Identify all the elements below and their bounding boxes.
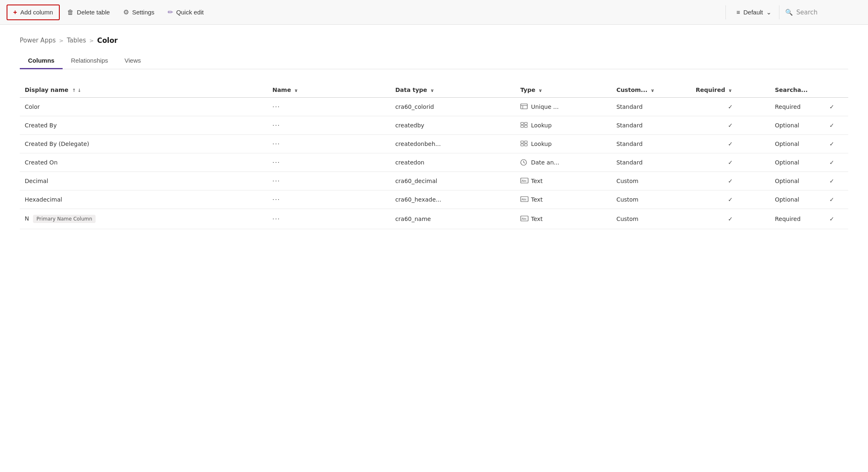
default-view-button[interactable]: ≡ Default ⌄	[731, 5, 777, 19]
row-display-name-text: Hexadecimal	[25, 196, 62, 203]
custom-checkmark: ✓	[728, 103, 733, 110]
row-options-dots[interactable]: ···	[267, 209, 390, 229]
table-row: NPrimary Name Column···cra60_nameAbcText…	[20, 209, 848, 229]
add-column-button[interactable]: + Add column	[7, 5, 60, 20]
data-type-icon: Abc	[520, 178, 529, 184]
td-type: Custom	[611, 172, 691, 190]
row-options-dots[interactable]: ···	[267, 116, 390, 135]
searchable-checkmark: ✓	[829, 196, 834, 203]
search-area[interactable]: 🔍 Search	[779, 5, 861, 19]
td-custom: ✓	[691, 135, 770, 153]
custom-checkmark: ✓	[728, 141, 733, 147]
chevron-down-icon: ⌄	[766, 9, 772, 16]
chevron-name: ∨	[294, 88, 298, 93]
table-row: Created On···createdonDate an...Standard…	[20, 153, 848, 172]
settings-label: Settings	[132, 9, 154, 16]
row-display-name-text: Color	[25, 103, 40, 110]
td-custom: ✓	[691, 209, 770, 229]
custom-checkmark: ✓	[728, 216, 733, 222]
plus-icon: +	[13, 9, 17, 16]
sort-icons-display: ↑ ↓	[72, 88, 81, 93]
svg-rect-0	[521, 104, 527, 109]
settings-button[interactable]: ⚙ Settings	[117, 5, 160, 19]
row-display-name-text: Created By (Delegate)	[25, 141, 89, 147]
row-options-dots[interactable]: ···	[267, 172, 390, 190]
svg-rect-5	[524, 122, 527, 124]
svg-rect-7	[521, 141, 524, 143]
data-type-icon	[520, 103, 529, 110]
td-name: cra60_hexade...	[390, 190, 515, 209]
data-type-icon: Abc	[520, 196, 529, 203]
table-row: Decimal···cra60_decimalAbcTextCustom✓Opt…	[20, 172, 848, 190]
tab-columns[interactable]: Columns	[20, 53, 63, 69]
data-type-label: Text	[531, 178, 543, 184]
td-display-name: Hexadecimal	[20, 190, 267, 209]
svg-rect-3	[521, 122, 524, 124]
td-data-type: Lookup	[515, 116, 611, 135]
td-name: cra60_colorid	[390, 98, 515, 116]
th-data-type[interactable]: Data type ∨	[390, 82, 515, 98]
td-type: Standard	[611, 135, 691, 153]
td-type: Standard	[611, 116, 691, 135]
chevron-custom: ∨	[650, 88, 654, 93]
td-display-name: Created By	[20, 116, 267, 135]
data-type-label: Lookup	[531, 122, 552, 129]
row-display-name-text: Created By	[25, 122, 57, 129]
add-column-label: Add column	[20, 9, 53, 16]
svg-rect-8	[521, 144, 524, 146]
toolbar: + Add column 🗑 Delete table ⚙ Settings ✏…	[0, 0, 868, 25]
table-row: Created By (Delegate)···createdonbeh...L…	[20, 135, 848, 153]
search-icon: 🔍	[785, 9, 793, 16]
td-searchable: ✓	[815, 190, 848, 209]
row-options-dots[interactable]: ···	[267, 98, 390, 116]
delete-table-button[interactable]: 🗑 Delete table	[61, 5, 116, 19]
td-name: cra60_decimal	[390, 172, 515, 190]
td-display-name: Decimal	[20, 172, 267, 190]
tab-relationships[interactable]: Relationships	[63, 53, 116, 69]
quick-edit-button[interactable]: ✏ Quick edit	[162, 5, 210, 19]
td-data-type: AbcText	[515, 172, 611, 190]
th-name[interactable]: Name ∨	[267, 82, 390, 98]
row-options-dots[interactable]: ···	[267, 153, 390, 172]
svg-text:Abc: Abc	[522, 198, 527, 201]
custom-checkmark: ✓	[728, 122, 733, 129]
row-options-dots[interactable]: ···	[267, 135, 390, 153]
tab-views[interactable]: Views	[116, 53, 149, 69]
searchable-checkmark: ✓	[829, 159, 834, 166]
td-name: createdon	[390, 153, 515, 172]
searchable-checkmark: ✓	[829, 178, 834, 184]
searchable-checkmark: ✓	[829, 122, 834, 129]
td-custom: ✓	[691, 190, 770, 209]
data-type-label: Date an...	[531, 159, 559, 166]
data-type-label: Lookup	[531, 141, 552, 147]
searchable-checkmark: ✓	[829, 103, 834, 110]
td-custom: ✓	[691, 116, 770, 135]
breadcrumb: Power Apps > Tables > Color	[20, 36, 848, 45]
row-options-dots[interactable]: ···	[267, 190, 390, 209]
table-section: Display name ↑ ↓ Name ∨ Data type ∨ Type…	[0, 69, 868, 229]
breadcrumb-tables[interactable]: Tables	[67, 37, 86, 44]
svg-rect-4	[521, 125, 524, 127]
th-type[interactable]: Type ∨	[515, 82, 611, 98]
td-data-type: Date an...	[515, 153, 611, 172]
chevron-type: ∨	[538, 88, 542, 93]
data-type-icon: Abc	[520, 216, 529, 222]
table-row: Color···cra60_coloridUnique ...Standard✓…	[20, 98, 848, 116]
td-data-type: Lookup	[515, 135, 611, 153]
td-required: Optional	[770, 172, 815, 190]
td-searchable: ✓	[815, 209, 848, 229]
table-row: Created By···createdbyLookupStandard✓Opt…	[20, 116, 848, 135]
th-searchable[interactable]: Searcha...	[770, 82, 815, 98]
td-type: Custom	[611, 190, 691, 209]
chevron-datatype: ∨	[430, 88, 434, 93]
td-required: Optional	[770, 190, 815, 209]
th-custom[interactable]: Custom... ∨	[611, 82, 691, 98]
th-required[interactable]: Required ∨	[691, 82, 770, 98]
td-searchable: ✓	[815, 135, 848, 153]
td-searchable: ✓	[815, 172, 848, 190]
th-display-name[interactable]: Display name ↑ ↓	[20, 82, 267, 98]
td-required: Required	[770, 209, 815, 229]
breadcrumb-power-apps[interactable]: Power Apps	[20, 37, 56, 44]
data-type-label: Unique ...	[531, 103, 559, 110]
toolbar-right: ≡ Default ⌄ 🔍 Search	[725, 5, 861, 19]
